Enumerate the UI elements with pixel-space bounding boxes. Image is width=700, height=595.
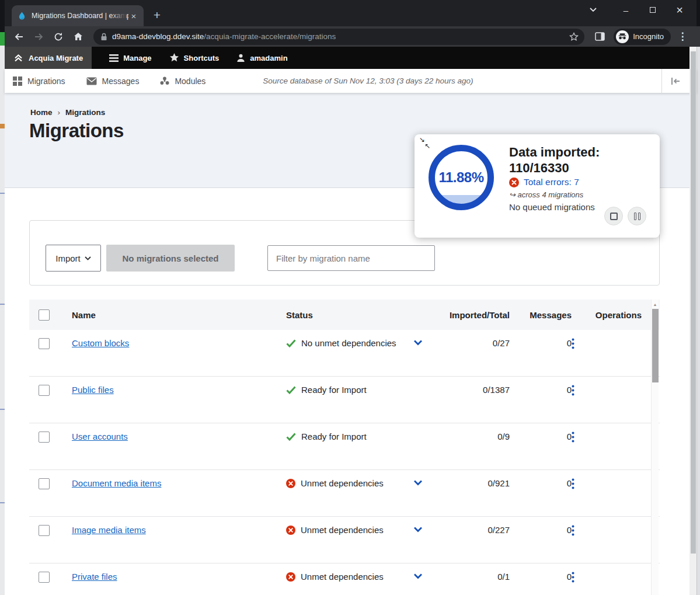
toolbar-item-manage[interactable]: Manage	[109, 47, 151, 69]
row-checkbox[interactable]	[39, 525, 50, 536]
stop-button[interactable]	[604, 207, 623, 225]
error-icon	[286, 572, 295, 582]
breadcrumb: Home › Migrations	[30, 108, 105, 117]
migration-name-link[interactable]: Image media items	[72, 525, 146, 535]
imported-total-value: 0/1	[415, 572, 510, 582]
bookmark-star-icon[interactable]	[569, 32, 579, 41]
migration-name-link[interactable]: Public files	[72, 385, 114, 395]
stop-icon	[610, 213, 618, 220]
nav-item-modules[interactable]: Modules	[160, 76, 206, 86]
browser-scrollbar-thumb[interactable]	[691, 51, 696, 554]
minimize-button[interactable]: –	[612, 0, 639, 20]
imported-total-value: 0/921	[415, 478, 510, 488]
url-bar[interactable]: d9ama-ddevblog.ddev.site/acquia-migrate-…	[93, 29, 584, 45]
toolbar-item-user[interactable]: amadamin	[236, 47, 287, 69]
kebab-menu-icon[interactable]	[572, 572, 638, 583]
total-errors-link[interactable]: Total errors: 7	[524, 177, 579, 187]
migration-name-link[interactable]: Custom blocks	[72, 338, 129, 348]
migration-name-link[interactable]: Document media items	[72, 478, 161, 488]
row-checkbox[interactable]	[39, 572, 50, 583]
secondary-toolbar: Migrations Messages Modules Source datab…	[5, 69, 696, 93]
error-icon	[286, 479, 295, 488]
tab-close-icon[interactable]: ×	[128, 11, 139, 21]
browser-window: Migrations Dashboard | example × + – ×	[5, 0, 696, 595]
row-checkbox[interactable]	[39, 478, 50, 489]
url-domain: d9ama-ddevblog.ddev.site	[112, 32, 204, 41]
browser-tab-strip: Migrations Dashboard | example × + – ×	[5, 0, 696, 26]
collapse-toolbar-button[interactable]	[661, 69, 688, 93]
browser-menu-icon[interactable]: ⋮	[674, 29, 691, 45]
nav-item-migrations[interactable]: Migrations	[13, 76, 65, 86]
pause-button[interactable]	[628, 207, 646, 225]
breadcrumb-home[interactable]: Home	[30, 108, 53, 117]
migration-name-link[interactable]: User accounts	[72, 432, 128, 441]
envelope-icon	[86, 77, 97, 85]
total-errors-row: Total errors: 7	[509, 177, 579, 187]
filter-input[interactable]	[267, 245, 435, 271]
table-scrollbar-thumb[interactable]	[652, 309, 659, 382]
operations-cell	[572, 432, 660, 443]
page-content: Home › Migrations Migrations In Progress…	[5, 93, 696, 595]
progress-percent: 11.88%	[438, 169, 483, 186]
side-panel-icon[interactable]	[591, 29, 608, 45]
resize-handle-icon[interactable]: ↘ ↖	[419, 137, 430, 149]
kebab-menu-icon[interactable]	[572, 432, 638, 443]
close-button[interactable]: ×	[666, 0, 693, 20]
table-scrollbar[interactable]: ▲	[651, 300, 659, 595]
row-checkbox[interactable]	[39, 432, 50, 443]
window-controls: – ×	[580, 0, 693, 20]
table-row: Document media items Unmet dependencies …	[29, 470, 660, 517]
home-icon[interactable]	[70, 29, 86, 45]
kebab-menu-icon[interactable]	[572, 525, 638, 536]
operations-cell	[572, 385, 660, 396]
messages-count: 0	[510, 525, 572, 535]
kebab-menu-icon[interactable]	[572, 385, 638, 396]
toolbar-item-shortcuts[interactable]: Shortcuts	[169, 47, 220, 69]
row-checkbox[interactable]	[39, 385, 50, 396]
messages-count: 0	[510, 572, 572, 582]
acquia-migrate-brand[interactable]: Acquia Migrate	[5, 47, 92, 69]
migrations-table-body: Custom blocks No unmet dependencies 0/27…	[29, 330, 660, 595]
hook-arrow-icon: ↪	[509, 190, 516, 199]
browser-tab[interactable]: Migrations Dashboard | example ×	[12, 5, 144, 26]
kebab-menu-icon[interactable]	[572, 478, 638, 489]
reload-icon[interactable]	[50, 29, 67, 45]
import-progress-card: ↘ ↖ 11.88% Data imported: 110/16330 Tota…	[415, 134, 660, 238]
desktop-sliver-right	[696, 0, 700, 595]
chevron-down-icon	[85, 256, 91, 260]
check-icon	[286, 339, 296, 347]
incognito-label: Incognito	[633, 32, 664, 41]
table-row: Public files Ready for Import 0/1387 0	[29, 377, 660, 423]
scroll-up-icon[interactable]: ▲	[652, 300, 659, 307]
select-all-checkbox[interactable]	[39, 309, 50, 321]
star-icon	[169, 53, 179, 62]
migration-name-link[interactable]: Private files	[72, 572, 117, 582]
operations-cell	[572, 572, 660, 583]
check-icon	[286, 386, 296, 394]
chevron-down-icon[interactable]	[413, 527, 423, 533]
tab-search-icon[interactable]	[580, 0, 607, 20]
incognito-badge: Incognito	[614, 29, 671, 45]
browser-scrollbar[interactable]	[689, 47, 696, 595]
operations-cell	[572, 338, 660, 349]
source-database-note: Source database of Sun Nov 12, 3:03 (3 d…	[263, 76, 473, 85]
kebab-menu-icon[interactable]	[572, 338, 638, 349]
status-label: No unmet dependencies	[301, 338, 396, 348]
chevron-down-icon[interactable]	[413, 480, 423, 486]
selection-status-button[interactable]: No migrations selected	[106, 245, 235, 272]
breadcrumb-separator: ›	[58, 108, 61, 117]
maximize-button[interactable]	[639, 0, 666, 20]
messages-count: 0	[510, 338, 572, 348]
import-dropdown-button[interactable]: Import	[46, 245, 101, 272]
new-tab-button[interactable]: +	[149, 8, 165, 22]
row-checkbox[interactable]	[39, 338, 50, 349]
column-header-messages: Messages	[510, 310, 572, 320]
status-label: Ready for Import	[301, 432, 367, 441]
chevron-down-icon[interactable]	[413, 340, 423, 346]
back-icon[interactable]	[11, 29, 27, 45]
forward-icon[interactable]	[30, 29, 47, 45]
chevron-down-icon[interactable]	[413, 573, 423, 579]
messages-count: 0	[510, 385, 572, 395]
nav-item-messages[interactable]: Messages	[86, 76, 140, 86]
browser-navbar: d9ama-ddevblog.ddev.site/acquia-migrate-…	[5, 26, 696, 47]
